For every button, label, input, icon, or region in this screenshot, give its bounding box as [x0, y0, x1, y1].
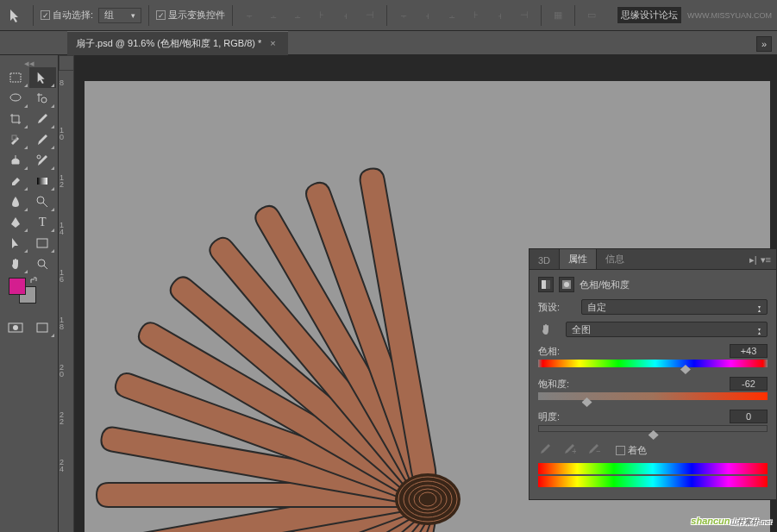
hue-slider[interactable] [538, 360, 768, 370]
svg-rect-5 [37, 178, 47, 185]
history-brush-tool[interactable] [29, 150, 57, 171]
hue-label: 色相: [538, 345, 560, 358]
options-bar: 自动选择: 组 显示变换控件 ⫟ ⫠ ⫠ ⊦ ⫞ ⊣ ⫟ ⫞ ⫠ ⊦ ⫞ ⊣ ▦… [0, 0, 777, 31]
hand-tool[interactable] [2, 253, 29, 274]
svg-point-1 [10, 94, 21, 101]
watermark-url: WWW.MISSYUAN.COM [687, 11, 772, 20]
align-top-icon: ⫟ [240, 6, 259, 25]
color-range-dropdown[interactable]: 全图 [566, 322, 768, 337]
preset-dropdown[interactable]: 自定 [581, 299, 768, 315]
align-vcenter-icon: ⫠ [264, 6, 283, 25]
saturation-slider[interactable] [538, 392, 768, 403]
svg-rect-19 [546, 280, 550, 289]
colorize-checkbox[interactable]: 着色 [616, 444, 647, 457]
svg-rect-18 [542, 280, 546, 289]
pen-tool[interactable] [2, 212, 29, 233]
adjustment-title: 色相/饱和度 [580, 279, 630, 291]
auto-select-target-dropdown[interactable]: 组 [98, 8, 141, 23]
tab-properties[interactable]: 属性 [559, 248, 597, 269]
svg-text:+: + [572, 446, 576, 456]
align-hcenter-icon: ⫞ [336, 6, 355, 25]
distribute-right-icon: ⊣ [515, 6, 534, 25]
zoom-tool[interactable] [29, 253, 57, 274]
marquee-tool[interactable] [2, 67, 29, 88]
shancun-watermark: shancun山村素材 .net [691, 513, 772, 527]
eyedropper-subtract-icon[interactable]: − [586, 442, 604, 458]
document-tab-bar: 扇子.psd @ 91.6% (色相/饱和度 1, RGB/8) * × [0, 31, 777, 55]
align-right-icon: ⊣ [360, 6, 379, 25]
ruler-origin[interactable] [59, 55, 74, 71]
clone-stamp-tool[interactable] [2, 150, 29, 171]
adjustment-icon[interactable] [538, 277, 554, 292]
svg-point-6 [37, 197, 44, 203]
svg-text:−: − [596, 446, 600, 456]
eyedropper-add-icon[interactable]: + [562, 442, 580, 458]
gradient-tool[interactable] [29, 171, 57, 191]
healing-brush-tool[interactable] [2, 129, 29, 150]
shape-tool[interactable] [29, 233, 57, 253]
quick-select-tool[interactable] [29, 88, 57, 109]
svg-point-10 [13, 325, 18, 330]
path-select-tool[interactable] [2, 233, 29, 253]
panel-menu-icon[interactable]: ▸|▾≡ [744, 254, 776, 269]
distribute-left-icon: ⊦ [467, 6, 486, 25]
tab-3d[interactable]: 3D [529, 252, 559, 269]
collapse-tabs-button[interactable]: » [756, 36, 772, 52]
show-transform-label: 显示变换控件 [168, 9, 225, 22]
brush-tool[interactable] [29, 129, 57, 150]
lightness-input[interactable]: 0 [730, 410, 768, 423]
watermark-badge: 思缘设计论坛 [617, 6, 682, 24]
document-tab[interactable]: 扇子.psd @ 91.6% (色相/饱和度 1, RGB/8) * × [67, 31, 288, 55]
align-left-icon: ⊦ [312, 6, 331, 25]
saturation-input[interactable]: -62 [730, 377, 768, 391]
color-swatches[interactable] [2, 274, 56, 317]
eyedropper-tool[interactable] [29, 109, 57, 129]
hue-input[interactable]: +43 [730, 344, 768, 358]
lightness-label: 明度: [538, 410, 560, 423]
3d-mode-icon: ▭ [582, 6, 601, 25]
svg-rect-7 [37, 239, 47, 247]
dodge-tool[interactable] [29, 191, 57, 212]
svg-point-21 [564, 282, 569, 287]
panel-tabs: 3D 属性 信息 ▸|▾≡ [529, 249, 776, 270]
crop-tool[interactable] [2, 109, 29, 129]
distribute-bottom-icon: ⫠ [442, 6, 461, 25]
auto-align-icon: ▦ [548, 6, 567, 25]
lightness-slider[interactable] [538, 425, 768, 435]
toolbox: ◂◂ T [0, 55, 59, 532]
svg-rect-11 [37, 323, 47, 332]
properties-panel: 3D 属性 信息 ▸|▾≡ 色相/饱和度 预设: 自定 全图 色相: +43 [529, 248, 777, 500]
vertical-ruler[interactable]: 81 01 21 41 61 82 02 22 4 [59, 71, 74, 532]
colorize-label: 着色 [628, 444, 647, 457]
quick-mask-toggle[interactable] [2, 317, 29, 338]
eraser-tool[interactable] [2, 171, 29, 191]
blur-tool[interactable] [2, 191, 29, 212]
tab-info[interactable]: 信息 [597, 249, 633, 269]
show-transform-controls-checkbox[interactable]: 显示变换控件 [156, 9, 225, 22]
screen-mode-toggle[interactable] [29, 317, 57, 338]
preset-label: 预设: [538, 301, 576, 314]
auto-select-label: 自动选择: [53, 9, 93, 22]
distribute-top-icon: ⫟ [394, 6, 413, 25]
close-tab-icon[interactable]: × [270, 38, 275, 48]
swap-colors-icon[interactable] [29, 276, 38, 285]
hue-range-indicator[interactable] [538, 463, 768, 487]
scrub-tool-icon[interactable] [538, 322, 554, 337]
type-tool[interactable]: T [29, 212, 57, 233]
align-bottom-icon: ⫠ [288, 6, 307, 25]
svg-rect-0 [10, 73, 21, 82]
move-tool-icon[interactable] [5, 5, 26, 26]
eyedropper-icon[interactable] [538, 442, 555, 458]
svg-point-4 [37, 155, 41, 159]
toolbox-toggle[interactable]: ◂◂ [2, 59, 56, 67]
distribute-hcenter-icon: ⫞ [491, 6, 510, 25]
move-tool[interactable] [29, 67, 57, 88]
svg-point-8 [38, 260, 45, 266]
foreground-color-swatch[interactable] [9, 278, 26, 295]
distribute-vcenter-icon: ⫞ [418, 6, 437, 25]
lasso-tool[interactable] [2, 88, 29, 109]
mask-icon[interactable] [559, 277, 574, 292]
svg-point-2 [41, 97, 47, 103]
saturation-label: 饱和度: [538, 378, 569, 391]
auto-select-checkbox[interactable]: 自动选择: [41, 9, 93, 22]
